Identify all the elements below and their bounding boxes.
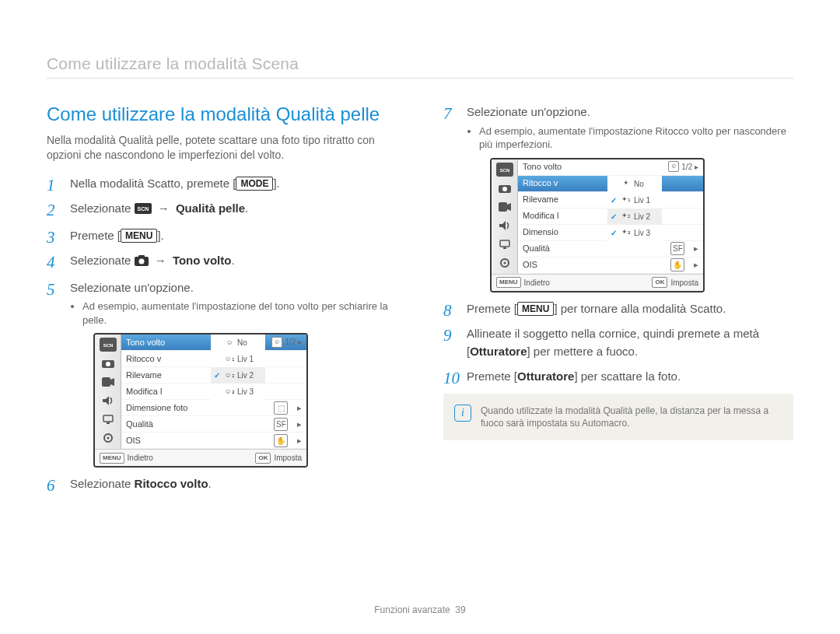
step-6: 6 Selezionate Ritocco volto. — [47, 475, 397, 493]
camera-icon — [135, 254, 149, 271]
back-hint: MENUIndietro — [100, 452, 153, 464]
note-text: Quando utilizzate la modalità Qualità pe… — [481, 405, 782, 429]
retouch-off-icon: ✦ — [621, 179, 632, 188]
svg-marker-11 — [103, 396, 109, 405]
video-tab-icon — [496, 200, 513, 214]
menu-row: Dimensione foto⬚▸ — [121, 400, 306, 416]
scn-tab-icon: SCN — [100, 338, 117, 352]
bold-term: Otturatore — [470, 345, 527, 358]
svg-point-15 — [107, 437, 109, 440]
step-text: Selezionate un'opzione. — [70, 281, 194, 294]
step-number: 10 — [443, 366, 460, 391]
display-tab-icon — [496, 237, 513, 251]
svg-rect-23 — [500, 240, 509, 247]
step-text: Premete [ — [467, 370, 517, 383]
option-liv1: ☺₁Liv 1 — [211, 351, 265, 367]
step-number: 5 — [47, 278, 55, 303]
menu-footer: MENUIndietro OKImposta — [95, 449, 306, 466]
option-liv2: ✓☺₂Liv 2 — [211, 367, 265, 384]
step-3: 3 Premete [MENU]. — [47, 227, 397, 245]
page-footer: Funzioni avanzate 39 — [0, 604, 840, 615]
menu-footer: MENUIndietro OKImposta — [492, 274, 703, 291]
menu-row: QualitàSF▸ — [518, 241, 703, 257]
manual-page: Come utilizzare la modalità Scena Come u… — [0, 0, 840, 501]
option-liv1: ✓✦₁Liv 1 — [607, 192, 662, 208]
option-popup: ✦No ✓✦₁Liv 1 ✓✦₂Liv 2 ✓✦₃Liv 3 — [607, 176, 662, 241]
svg-point-8 — [106, 362, 110, 366]
sound-tab-icon — [100, 394, 117, 408]
svg-point-19 — [502, 187, 507, 191]
camera-tab-icon — [496, 181, 513, 195]
step-8: 8 Premete [MENU] per tornare alla modali… — [443, 300, 793, 318]
step-sub-list: Ad esempio, aumentate l'impostazione Rit… — [479, 124, 793, 152]
menu-button-label: MENU — [121, 229, 157, 243]
svg-rect-12 — [103, 415, 113, 422]
step-text: Selezionate un'opzione. — [467, 105, 590, 118]
bold-term: Qualità pelle — [176, 201, 245, 215]
step-text: Premete [ — [70, 229, 121, 242]
step-text: Nella modalità Scatto, premete [ — [70, 177, 236, 190]
svg-text:SCN: SCN — [499, 168, 509, 173]
step-number: 6 — [47, 474, 55, 499]
step-text: Premete [ — [467, 302, 517, 315]
option-no: ✦No — [607, 176, 662, 192]
face-2-icon: ☺₂ — [224, 371, 235, 380]
footer-section: Funzioni avanzate — [374, 604, 450, 615]
footer-page-number: 39 — [455, 604, 465, 615]
camera-menu-screenshot-1: SCN ☺ 1/2 ▸ — [93, 333, 308, 468]
svg-text:SCN: SCN — [137, 206, 149, 212]
info-note: i Quando utilizzate la modalità Qualità … — [443, 394, 793, 440]
svg-point-4 — [138, 259, 144, 264]
settings-tab-icon — [100, 431, 117, 445]
step-2: 2 Selezionate SCN → Qualità pelle. — [47, 200, 397, 219]
step-number: 9 — [443, 324, 452, 349]
size-icon: ⬚ — [274, 401, 288, 415]
face-icon: ☺ — [271, 337, 282, 348]
svg-rect-9 — [102, 377, 110, 387]
step-1: 1 Nella modalità Scatto, premete [MODE]. — [47, 175, 397, 193]
scn-icon: SCN — [135, 201, 152, 219]
svg-marker-22 — [499, 221, 506, 230]
face-icon: ☺ — [668, 161, 679, 172]
settings-tab-icon — [496, 256, 513, 270]
page-indicator: ☺ 1/2 ▸ — [668, 161, 698, 173]
display-tab-icon — [100, 412, 117, 426]
mode-button-label: MODE — [236, 177, 273, 191]
step-text: Selezionate — [70, 254, 135, 267]
scn-tab-icon: SCN — [496, 163, 513, 177]
option-no: ☺No — [211, 335, 265, 351]
ois-icon: ✋ — [274, 434, 288, 447]
option-liv3: ☺₃Liv 3 — [211, 384, 265, 400]
svg-marker-21 — [507, 203, 511, 211]
step-number: 7 — [443, 102, 452, 127]
svg-point-26 — [503, 261, 506, 264]
face-1-icon: ☺₁ — [224, 355, 235, 364]
steps-list-right: 7 Selezionate un'opzione. Ad esempio, au… — [443, 103, 793, 386]
set-hint: OKImposta — [652, 277, 698, 289]
menu-row: OIS✋▸ — [121, 433, 306, 449]
section-title: Come utilizzare la modalità Qualità pell… — [47, 103, 397, 125]
ois-icon: ✋ — [670, 258, 684, 271]
bold-term: Otturatore — [517, 370, 574, 383]
step-5: 5 Selezionate un'opzione. Ad esempio, au… — [47, 279, 397, 468]
step-number: 8 — [443, 299, 452, 324]
option-liv2: ✓✦₂Liv 2 — [607, 208, 662, 225]
steps-list-left: 1 Nella modalità Scatto, premete [MODE].… — [47, 175, 397, 493]
right-column: 7 Selezionate un'opzione. Ad esempio, au… — [443, 103, 793, 501]
left-column: Come utilizzare la modalità Qualità pell… — [47, 103, 397, 501]
menu-sidebar: SCN — [492, 159, 518, 274]
info-icon: i — [454, 405, 471, 422]
step-number: 2 — [47, 198, 55, 223]
retouch-1-icon: ✦₁ — [621, 195, 632, 205]
step-number: 3 — [47, 226, 55, 250]
step-4: 4 Selezionate → Tono volto. — [47, 252, 397, 271]
back-hint: MENUIndietro — [496, 277, 550, 289]
breadcrumb-header: Come utilizzare la modalità Scena — [47, 54, 793, 79]
face-3-icon: ☺₃ — [224, 387, 235, 397]
svg-rect-3 — [138, 255, 145, 258]
step-text: Selezionate — [70, 201, 135, 215]
svg-marker-10 — [110, 378, 114, 386]
bold-term: Tono volto — [173, 254, 232, 267]
face-off-icon: ☺ — [224, 338, 235, 348]
step-number: 1 — [47, 173, 55, 198]
